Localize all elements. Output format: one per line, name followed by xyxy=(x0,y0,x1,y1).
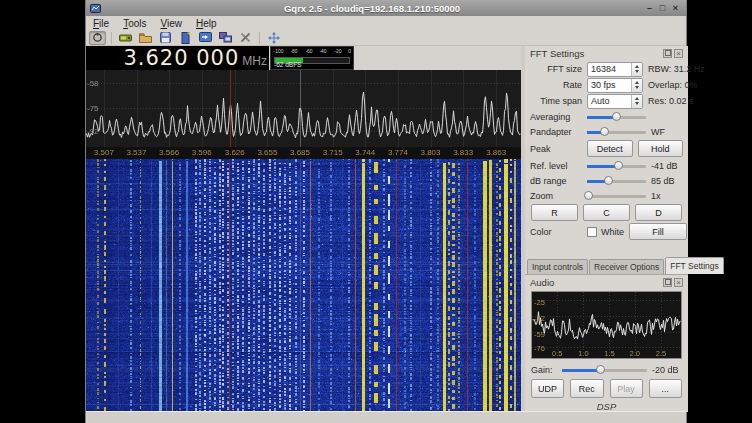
network-button[interactable] xyxy=(217,31,234,45)
menu-tools[interactable]: Tools xyxy=(116,16,153,30)
freq-tick: 3.685 xyxy=(290,148,310,157)
freq-tick: 3.537 xyxy=(126,148,146,157)
audio-y-label: -76 xyxy=(534,344,545,353)
float-icon[interactable] xyxy=(663,49,672,58)
slider-handle[interactable] xyxy=(600,127,609,136)
maximize-button[interactable]: □ xyxy=(656,3,669,14)
gain-row: Gain: -20 dB xyxy=(531,363,682,377)
spectrum-y-label: -92 xyxy=(87,127,99,136)
time-span-label: Time span xyxy=(530,96,582,106)
freq-tick: 3.863 xyxy=(486,148,506,157)
bookmark-icon xyxy=(181,32,191,44)
freq-tick: 3.803 xyxy=(421,148,441,157)
spectrum-canvas[interactable] xyxy=(86,70,521,147)
peak-hold-button[interactable]: Hold xyxy=(638,140,684,157)
fill-button[interactable]: Fill xyxy=(629,223,687,240)
audio-x-label: 1.0 xyxy=(578,349,588,358)
demod-button[interactable]: D xyxy=(635,204,682,221)
white-checkbox-wrap[interactable]: White xyxy=(587,227,624,237)
fft-dock-title: FFT Settings xyxy=(530,48,663,59)
minimize-button[interactable]: – xyxy=(643,3,656,14)
zoom-label: Zoom xyxy=(530,191,582,201)
remote-display-button[interactable] xyxy=(197,31,214,45)
waterfall-canvas[interactable] xyxy=(86,159,521,412)
open-button[interactable] xyxy=(137,31,154,45)
slider-handle[interactable] xyxy=(596,365,605,374)
gain-value: -20 dB xyxy=(652,365,682,375)
gain-slider[interactable] xyxy=(562,364,647,376)
close-icon[interactable]: × xyxy=(674,278,683,287)
db-range-slider[interactable] xyxy=(587,175,646,187)
freq-tick: 3.774 xyxy=(388,148,408,157)
screen: Gqrx 2.5 - cloudiq=192.168.1.210:50000 –… xyxy=(0,0,752,423)
fullscreen-button[interactable] xyxy=(265,31,282,45)
more-button[interactable]: ... xyxy=(649,379,682,398)
fft-settings-form: FFT size 16384 RBW: 31.2 Hz Rate 30 fps … xyxy=(525,60,688,241)
rate-label: Rate xyxy=(530,80,582,90)
pandapter-slider[interactable] xyxy=(587,126,646,138)
title-bar[interactable]: Gqrx 2.5 - cloudiq=192.168.1.210:50000 –… xyxy=(86,0,686,16)
audio-y-label: -25 xyxy=(534,298,545,307)
folder-icon xyxy=(139,33,152,43)
meter-scale: -100-80-60 -40-200 xyxy=(273,48,351,54)
overlap-value: Overlap: 0% xyxy=(648,80,698,90)
slider-handle[interactable] xyxy=(604,176,613,185)
tab-receiver-options[interactable]: Receiver Options xyxy=(589,259,664,274)
slider-handle[interactable] xyxy=(614,161,623,170)
tools-button[interactable] xyxy=(237,31,254,45)
slider-handle[interactable] xyxy=(612,112,621,121)
db-range-value: 85 dB xyxy=(651,176,683,186)
audio-y-label: -42 xyxy=(534,314,545,323)
udp-button[interactable]: UDP xyxy=(531,379,564,398)
toolbar-separator xyxy=(259,32,260,44)
configure-io-button[interactable] xyxy=(117,31,134,45)
wf-label: WF xyxy=(651,127,683,137)
rbw-value: RBW: 31.2 Hz xyxy=(648,64,705,74)
tab-input-controls[interactable]: Input controls xyxy=(527,259,588,274)
menu-bar: File Tools View Help xyxy=(86,16,686,30)
spectrum-y-label: -58 xyxy=(87,79,99,88)
audio-x-label: 2.5 xyxy=(656,349,666,358)
center-button[interactable]: C xyxy=(583,204,630,221)
res-value: Res: 0.02 s xyxy=(648,96,694,106)
save-button[interactable] xyxy=(157,31,174,45)
menu-file[interactable]: File xyxy=(86,16,116,30)
freq-tick: 3.715 xyxy=(323,148,343,157)
bookmarks-button[interactable] xyxy=(177,31,194,45)
rate-spinbox[interactable]: 30 fps xyxy=(587,78,643,93)
zoom-slider[interactable] xyxy=(587,190,646,202)
menu-view[interactable]: View xyxy=(153,16,189,30)
start-dsp-button[interactable] xyxy=(89,31,106,45)
peak-detect-button[interactable]: Detect xyxy=(587,140,633,157)
play-button[interactable]: Play xyxy=(610,379,643,398)
rec-button[interactable]: Rec xyxy=(570,379,603,398)
reset-button[interactable]: R xyxy=(531,204,578,221)
floppy-icon xyxy=(160,32,171,43)
freq-tick: 3.744 xyxy=(355,148,375,157)
sdr-device-icon xyxy=(119,33,132,43)
averaging-slider[interactable] xyxy=(587,111,646,123)
frequency-digits[interactable]: 3.620 000 xyxy=(123,46,239,70)
freq-tick: 3.833 xyxy=(453,148,473,157)
audio-x-label: 2.0 xyxy=(630,349,640,358)
slider-handle[interactable] xyxy=(584,191,593,200)
time-span-spinbox[interactable]: Auto xyxy=(587,94,643,109)
remote-display-icon xyxy=(199,32,212,43)
ref-level-slider[interactable] xyxy=(587,160,646,172)
ref-level-value: -41 dB xyxy=(651,161,683,171)
freq-tick: 3.566 xyxy=(159,148,179,157)
pandapter-spectrum[interactable]: -58 -75 -92 xyxy=(86,70,521,147)
window-title: Gqrx 2.5 - cloudiq=192.168.1.210:50000 xyxy=(101,3,643,14)
white-checkbox[interactable] xyxy=(587,227,597,237)
frequency-display[interactable]: 3.620 000 MHz xyxy=(86,46,269,70)
tab-fft-settings[interactable]: FFT Settings xyxy=(665,257,724,274)
close-icon[interactable]: × xyxy=(674,49,683,58)
close-button[interactable]: × xyxy=(669,3,682,14)
fft-size-label: FFT size xyxy=(530,64,582,74)
float-icon[interactable] xyxy=(663,278,672,287)
white-label: White xyxy=(601,227,624,237)
network-icon xyxy=(219,32,232,43)
fft-size-spinbox[interactable]: 16384 xyxy=(587,62,643,77)
menu-help[interactable]: Help xyxy=(189,16,224,30)
freq-tick: 3.507 xyxy=(94,148,114,157)
